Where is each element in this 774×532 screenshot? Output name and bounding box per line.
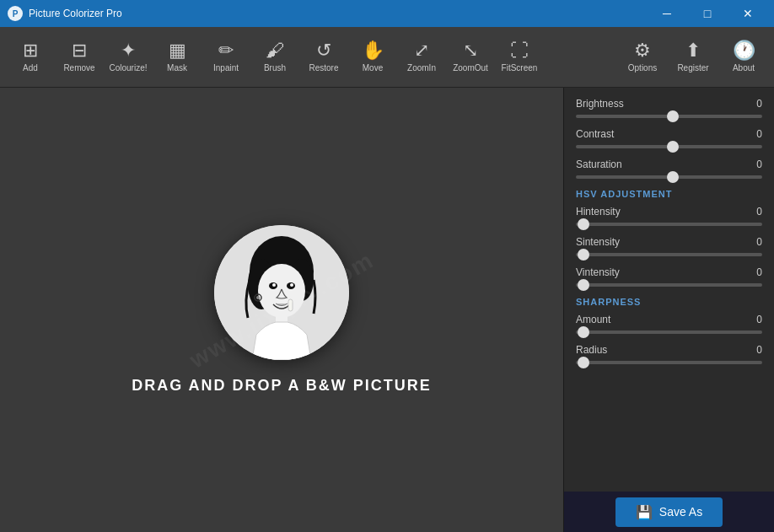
sintensity-track[interactable] xyxy=(576,253,762,256)
svg-point-10 xyxy=(290,283,293,287)
brightness-value: 0 xyxy=(745,98,762,110)
hintensity-label: Hintensity xyxy=(576,206,621,218)
tool-brush[interactable]: 🖌 Brush xyxy=(251,31,298,83)
register-label: Register xyxy=(677,63,708,73)
close-button[interactable]: ✕ xyxy=(728,0,767,27)
svg-point-6 xyxy=(258,264,305,318)
floppy-icon: 💾 xyxy=(636,504,653,520)
vintensity-label: Vintensity xyxy=(576,266,620,278)
title-bar: P Picture Colorizer Pro ─ □ ✕ xyxy=(0,0,774,27)
sharpness-adjustments: Amount 0 Radius 0 xyxy=(576,314,762,364)
hsv-adjustments: Hintensity 0 Sintensity 0 Vintensity 0 xyxy=(576,206,762,287)
sintensity-label: Sintensity xyxy=(576,236,620,248)
zoomin-icon: ⤢ xyxy=(414,41,429,60)
main-content: www.jixipix.com xyxy=(0,88,774,532)
hsv-header: HSV ADJUSTMENT xyxy=(576,189,762,199)
adj-contrast: Contrast 0 xyxy=(576,128,762,148)
adj-hintensity: Hintensity 0 xyxy=(576,206,762,226)
amount-label: Amount xyxy=(576,314,610,325)
register-icon: ⬆ xyxy=(685,41,701,60)
tool-options[interactable]: ⚙ Options xyxy=(619,31,666,83)
toolbar: ⊞ Add ⊟ Remove ✦ Colourize! ▦ Mask ✏ Inp… xyxy=(0,27,774,88)
brush-label: Brush xyxy=(264,63,286,73)
maximize-button[interactable]: □ xyxy=(688,0,727,27)
contrast-thumb[interactable] xyxy=(667,141,679,153)
adj-amount: Amount 0 xyxy=(576,314,762,334)
vintensity-thumb[interactable] xyxy=(578,279,589,291)
tool-fitscreen[interactable]: ⛶ FitScreen xyxy=(496,31,543,83)
hintensity-track[interactable] xyxy=(576,223,762,226)
tool-colourize[interactable]: ✦ Colourize! xyxy=(105,31,152,83)
contrast-track[interactable] xyxy=(576,145,762,148)
amount-track[interactable] xyxy=(576,330,762,334)
adj-radius: Radius 0 xyxy=(576,344,762,364)
tool-add[interactable]: ⊞ Add xyxy=(7,31,54,83)
tool-remove[interactable]: ⊟ Remove xyxy=(56,31,103,83)
adjustments-panel: Brightness 0 Contrast 0 Saturation 0 xyxy=(564,88,774,492)
zoomin-label: ZoomIn xyxy=(407,63,436,73)
window-controls: ─ □ ✕ xyxy=(648,0,767,27)
zoomout-label: ZoomOut xyxy=(453,63,488,73)
saturation-track[interactable] xyxy=(576,175,762,179)
app-icon: P xyxy=(7,5,24,22)
remove-label: Remove xyxy=(63,63,94,73)
sharpness-header: SHARPNESS xyxy=(576,297,762,307)
right-panel: Brightness 0 Contrast 0 Saturation 0 xyxy=(563,88,774,532)
inpaint-label: Inpaint xyxy=(213,63,239,73)
vintensity-value: 0 xyxy=(745,266,762,278)
portrait-circle xyxy=(214,225,349,360)
adj-vintensity: Vintensity 0 xyxy=(576,266,762,287)
add-icon: ⊞ xyxy=(23,41,38,60)
radius-track[interactable] xyxy=(576,361,762,364)
restore-label: Restore xyxy=(309,63,338,73)
basic-adjustments: Brightness 0 Contrast 0 Saturation 0 xyxy=(576,98,762,179)
fitscreen-label: FitScreen xyxy=(502,63,538,73)
inpaint-icon: ✏ xyxy=(218,41,234,60)
brightness-label: Brightness xyxy=(576,98,624,110)
svg-point-14 xyxy=(256,296,260,299)
tool-inpaint[interactable]: ✏ Inpaint xyxy=(202,31,250,83)
tool-mask[interactable]: ▦ Mask xyxy=(153,31,201,83)
zoomout-icon: ⤡ xyxy=(463,41,478,60)
save-bar: 💾 Save As xyxy=(564,492,774,532)
restore-icon: ↺ xyxy=(316,41,331,60)
tool-zoomin[interactable]: ⤢ ZoomIn xyxy=(398,31,445,83)
hintensity-value: 0 xyxy=(745,206,762,218)
fitscreen-icon: ⛶ xyxy=(510,41,529,60)
saturation-label: Saturation xyxy=(576,159,622,170)
radius-value: 0 xyxy=(745,344,762,356)
svg-point-9 xyxy=(272,283,276,287)
svg-rect-11 xyxy=(288,299,293,311)
hintensity-thumb[interactable] xyxy=(578,218,589,230)
app-title: Picture Colorizer Pro xyxy=(29,8,648,19)
mask-label: Mask xyxy=(167,63,187,73)
amount-thumb[interactable] xyxy=(578,326,589,338)
svg-text:P: P xyxy=(13,9,19,19)
drag-drop-text: DRAG AND DROP A B&W PICTURE xyxy=(132,377,432,395)
radius-thumb[interactable] xyxy=(578,357,589,368)
minimize-button[interactable]: ─ xyxy=(648,0,686,27)
contrast-value: 0 xyxy=(745,128,762,140)
colourize-label: Colourize! xyxy=(109,63,147,73)
options-icon: ⚙ xyxy=(634,41,651,60)
save-as-label: Save As xyxy=(659,505,702,519)
vintensity-track[interactable] xyxy=(576,283,762,287)
brightness-thumb[interactable] xyxy=(667,110,679,122)
tool-register[interactable]: ⬆ Register xyxy=(669,31,717,83)
move-icon: ✋ xyxy=(362,41,384,60)
save-as-button[interactable]: 💾 Save As xyxy=(615,497,723,527)
tool-restore[interactable]: ↺ Restore xyxy=(300,31,347,83)
tool-zoomout[interactable]: ⤡ ZoomOut xyxy=(447,31,494,83)
radius-label: Radius xyxy=(576,344,607,356)
options-label: Options xyxy=(628,63,657,73)
add-label: Add xyxy=(23,63,38,73)
amount-value: 0 xyxy=(745,314,762,325)
tool-move[interactable]: ✋ Move xyxy=(349,31,396,83)
tool-about[interactable]: 🕐 About xyxy=(720,31,767,83)
sintensity-thumb[interactable] xyxy=(578,249,589,261)
saturation-thumb[interactable] xyxy=(667,171,679,183)
canvas-area[interactable]: www.jixipix.com xyxy=(0,88,563,532)
brightness-track[interactable] xyxy=(576,115,762,118)
mask-icon: ▦ xyxy=(169,41,186,60)
tools-container: ⊞ Add ⊟ Remove ✦ Colourize! ▦ Mask ✏ Inp… xyxy=(7,31,543,83)
